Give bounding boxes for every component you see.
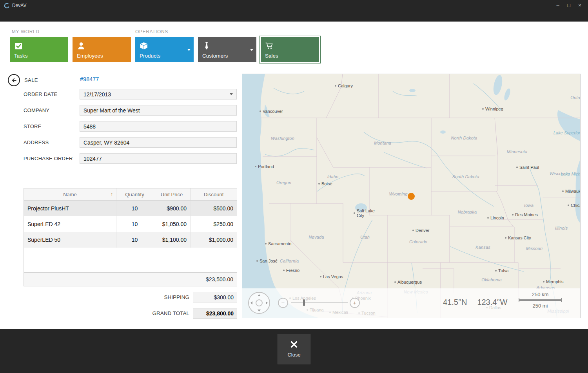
map-coordinates: 41.5°N 123.4°W <box>443 298 507 307</box>
map-city-label: Portland <box>258 164 274 169</box>
tile-sales-label: Sales <box>265 53 278 59</box>
order-date-field[interactable] <box>80 89 237 100</box>
grand-total-label: GRAND TOTAL <box>111 310 189 316</box>
table-header: Name ↑ Quantity Unit Price Discount <box>24 188 237 201</box>
map-city-label: Kansas City <box>508 235 531 240</box>
ribbon-tiles: Tasks Employees Products <box>8 36 322 63</box>
map-city-label: Des Moines <box>515 212 538 217</box>
longitude-readout: 123.4°W <box>477 298 507 307</box>
minimize-button[interactable]: – <box>554 2 562 9</box>
zoom-in-button[interactable]: + <box>350 298 360 308</box>
map-state-label: Ontario <box>570 95 581 100</box>
box-icon <box>140 42 148 50</box>
tile-tasks-label: Tasks <box>14 53 28 59</box>
back-button[interactable] <box>8 74 20 86</box>
map-water-label: Lake Michigan <box>561 172 581 176</box>
address-label: ADDRESS <box>24 139 49 145</box>
map-city-label: Chicago <box>571 203 581 208</box>
map-control-bar: − + 41.5°N 123.4°W 250 km 250 mi <box>242 288 581 318</box>
tile-employees-label: Employees <box>77 53 103 59</box>
tile-tasks[interactable]: Tasks <box>10 37 68 62</box>
map-city-label: San José <box>260 259 278 263</box>
map-city-label: Las Vegas <box>323 274 343 279</box>
zoom-out-button[interactable]: − <box>278 298 288 308</box>
map-state-label: Missouri <box>526 246 543 251</box>
map-scale: 250 km 250 mi <box>519 292 562 309</box>
map-state-label: Oklahoma <box>481 277 502 282</box>
map-state-label: Oregon <box>276 180 291 185</box>
map-city-label: Milwaukee <box>565 189 581 194</box>
tile-customers[interactable]: Customers <box>198 37 256 62</box>
close-window-button[interactable]: × <box>575 2 584 9</box>
person-icon <box>77 42 85 50</box>
map-city-label: Denver <box>416 228 429 233</box>
table-row[interactable]: Projector PlusHT 10 $900.00 $500.00 <box>24 201 237 216</box>
map-state-label: Colorado <box>409 239 427 244</box>
main-content: MY WORLD OPERATIONS Tasks Employees <box>0 22 588 329</box>
map-city-label: Tulsa <box>498 268 509 273</box>
store-label: STORE <box>24 123 42 129</box>
map-state-label: Idaho <box>327 174 339 179</box>
column-header-name[interactable]: Name ↑ <box>24 188 116 200</box>
close-button[interactable]: Close <box>278 334 310 364</box>
map-state-label: Wyoming <box>389 192 407 196</box>
tie-icon <box>202 42 211 50</box>
map-city-label: Albuquerque <box>397 280 422 284</box>
column-header-quantity[interactable]: Quantity <box>116 188 153 200</box>
column-header-unit-price[interactable]: Unit Price <box>153 188 191 200</box>
table-row[interactable]: SuperLED 50 10 $1,100.00 $1,000.00 <box>24 232 237 248</box>
pan-right-icon[interactable] <box>266 301 268 304</box>
products-dropdown-icon[interactable] <box>187 49 191 51</box>
company-field[interactable] <box>80 105 237 116</box>
address-field[interactable] <box>80 137 237 148</box>
map-water-label: Lake Superior <box>554 130 581 135</box>
map-state-label: South Dakota <box>452 174 479 179</box>
map-state-label: Kansas <box>475 245 490 250</box>
close-icon <box>290 340 298 348</box>
zoom-slider-handle[interactable] <box>303 299 305 306</box>
ribbon-group-operations: OPERATIONS <box>135 29 168 34</box>
map-view[interactable]: CalgaryVancouverWinnipegPortlandBoiseSal… <box>242 74 581 318</box>
table-row[interactable]: SuperLED 42 10 $1,050.00 $250.00 <box>24 216 237 232</box>
pan-down-icon[interactable] <box>258 310 261 311</box>
shipping-label: SHIPPING <box>111 294 189 300</box>
app-logo: DevAV <box>4 3 26 9</box>
map-state-label: Montana <box>374 141 391 145</box>
map-state-label: Illinois <box>555 226 568 230</box>
window-controls: – □ × <box>554 2 584 9</box>
map-state-label: North Dakota <box>451 136 477 140</box>
column-header-discount[interactable]: Discount <box>191 188 237 200</box>
purchase-order-field[interactable] <box>80 153 237 164</box>
customers-dropdown-icon[interactable] <box>250 49 253 51</box>
map-state-label: Nebraska <box>458 210 477 214</box>
order-date-dropdown-icon[interactable] <box>230 93 233 95</box>
company-label: COMPANY <box>24 107 49 113</box>
store-field[interactable] <box>80 121 237 132</box>
map-city-label: Salt Lake City <box>357 208 375 218</box>
map-pan-control[interactable] <box>248 292 270 314</box>
back-arrow-icon <box>11 77 17 83</box>
sale-number: #98477 <box>80 76 99 82</box>
zoom-slider-track[interactable] <box>291 302 348 303</box>
map-city-label: Boise <box>321 181 332 186</box>
sort-ascending-icon[interactable]: ↑ <box>111 192 113 197</box>
tile-employees[interactable]: Employees <box>73 37 131 62</box>
pan-left-icon[interactable] <box>250 301 252 304</box>
tile-products[interactable]: Products <box>135 37 194 62</box>
maximize-button[interactable]: □ <box>564 2 573 9</box>
cart-icon <box>265 42 274 50</box>
tile-sales-selection-ring: Sales <box>259 36 321 63</box>
map-city-label: Calgary <box>338 83 353 88</box>
map-sale-marker[interactable] <box>408 193 415 200</box>
pan-up-icon[interactable] <box>258 294 261 296</box>
map-state-label: Washington <box>271 136 294 141</box>
close-button-label: Close <box>287 352 300 358</box>
items-subtotal: $23,500.00 <box>24 272 237 286</box>
map-city-label: Fresno <box>286 268 299 273</box>
tile-sales[interactable]: Sales <box>261 37 319 62</box>
map-city-label: Lincoln <box>490 215 504 220</box>
map-state-label: California <box>280 259 299 263</box>
pan-center-icon <box>256 299 263 306</box>
scale-km-label: 250 km <box>519 292 562 297</box>
table-empty-area <box>24 248 237 272</box>
